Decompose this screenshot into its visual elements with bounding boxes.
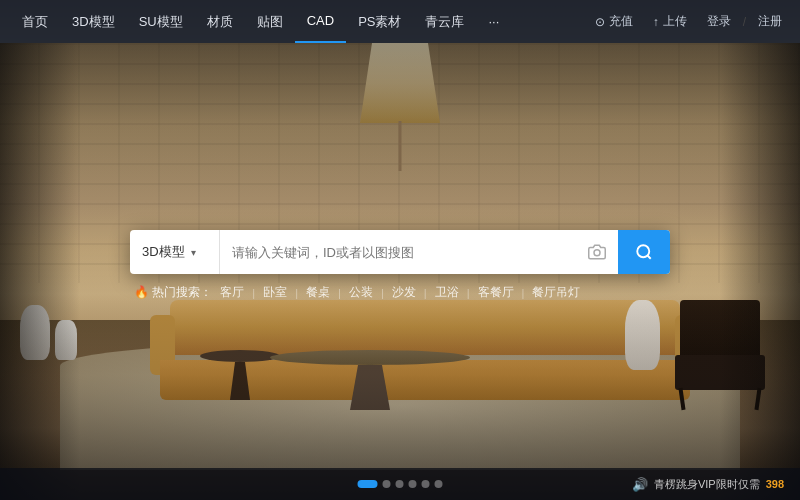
navbar: 首页 3D模型 SU模型 材质 贴图 CAD PS素材 青云库 ··· ⊙ 充值…	[0, 0, 800, 43]
vip-promo-text: 青楞跳身VIP限时仅需	[654, 477, 760, 492]
search-bar: 3D模型 ▾	[130, 230, 670, 274]
svg-point-0	[594, 250, 600, 256]
svg-point-1	[637, 245, 649, 257]
search-category-selector[interactable]: 3D模型 ▾	[130, 230, 220, 274]
hero-section: 首页 3D模型 SU模型 材质 贴图 CAD PS素材 青云库 ··· ⊙ 充值…	[0, 0, 800, 500]
nav-texture[interactable]: 贴图	[245, 0, 295, 43]
hot-tags: 🔥 热门搜索： 客厅 | 卧室 | 餐桌 | 公装 | 沙发 | 卫浴 | 客餐…	[130, 284, 670, 301]
nav-right: ⊙ 充值 ↑ 上传 登录 / 注册	[587, 13, 790, 30]
nav-upload[interactable]: ↑ 上传	[645, 13, 695, 30]
upload-icon: ↑	[653, 15, 659, 29]
hot-tag-5[interactable]: 卫浴	[435, 284, 459, 301]
nav-home[interactable]: 首页	[10, 0, 60, 43]
dot-4[interactable]	[409, 480, 417, 488]
hot-tag-0[interactable]: 客厅	[220, 284, 244, 301]
search-section: 3D模型 ▾ 🔥 热门搜索：	[130, 230, 670, 301]
coffee-table	[270, 350, 470, 410]
camera-icon[interactable]	[588, 243, 606, 261]
dot-3[interactable]	[396, 480, 404, 488]
dot-5[interactable]	[422, 480, 430, 488]
chevron-down-icon: ▾	[191, 247, 196, 258]
nav-left: 首页 3D模型 SU模型 材质 贴图 CAD PS素材 青云库 ···	[10, 0, 587, 43]
vase-right	[625, 300, 660, 370]
vase-1	[20, 305, 50, 360]
lamp-pole	[399, 121, 402, 171]
dot-6[interactable]	[435, 480, 443, 488]
lamp	[355, 43, 445, 163]
search-input-wrap	[220, 243, 618, 261]
dot-2[interactable]	[383, 480, 391, 488]
nav-material[interactable]: 材质	[195, 0, 245, 43]
hot-tag-3[interactable]: 公装	[349, 284, 373, 301]
hot-tag-1[interactable]: 卧室	[263, 284, 287, 301]
bottom-bar: 🔊 青楞跳身VIP限时仅需 398	[0, 468, 800, 500]
vase-area	[20, 260, 100, 360]
sofa-back	[170, 300, 680, 355]
recharge-icon: ⊙	[595, 15, 605, 29]
nav-su-model[interactable]: SU模型	[127, 0, 195, 43]
nav-more[interactable]: ···	[476, 0, 511, 43]
nav-divider: /	[743, 15, 746, 29]
vip-promo[interactable]: 🔊 青楞跳身VIP限时仅需 398	[632, 477, 784, 492]
lamp-shade	[360, 43, 440, 123]
nav-register[interactable]: 注册	[750, 13, 790, 30]
nav-3d-model[interactable]: 3D模型	[60, 0, 127, 43]
search-category-label: 3D模型	[142, 243, 185, 261]
nav-recharge[interactable]: ⊙ 充值	[587, 13, 641, 30]
hot-label: 🔥 热门搜索：	[134, 284, 212, 301]
side-table	[200, 350, 280, 400]
vip-icon: 🔊	[632, 477, 648, 492]
nav-ps[interactable]: PS素材	[346, 0, 413, 43]
hot-tag-2[interactable]: 餐桌	[306, 284, 330, 301]
vip-promo-count: 398	[766, 478, 784, 490]
nav-cad[interactable]: CAD	[295, 0, 346, 43]
hot-tag-4[interactable]: 沙发	[392, 284, 416, 301]
nav-login[interactable]: 登录	[699, 13, 739, 30]
slide-dots	[358, 480, 443, 488]
vase-2	[55, 320, 77, 360]
search-input[interactable]	[232, 245, 580, 260]
nav-qingyun[interactable]: 青云库	[413, 0, 476, 43]
search-button[interactable]	[618, 230, 670, 274]
hot-tag-7[interactable]: 餐厅吊灯	[532, 284, 580, 301]
hot-tag-6[interactable]: 客餐厅	[478, 284, 514, 301]
dot-1[interactable]	[358, 480, 378, 488]
chair	[670, 300, 770, 410]
